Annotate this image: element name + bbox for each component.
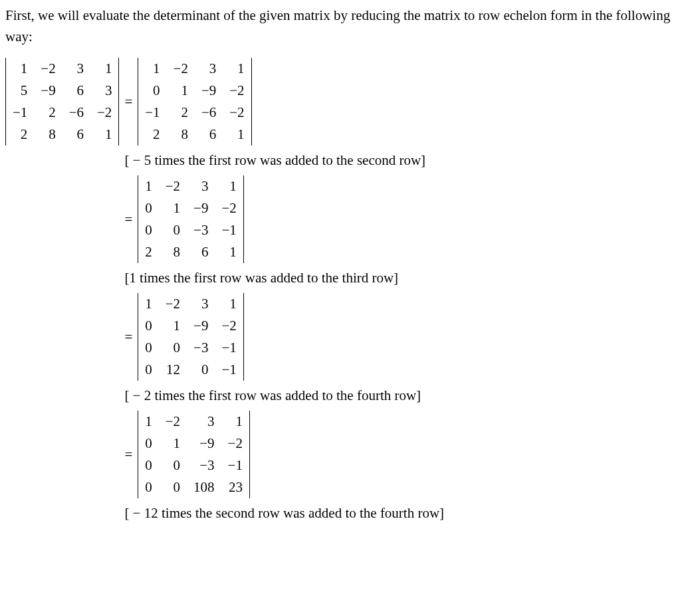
lhs-matrix: 1−231 5−963 −12−6−2 2861	[6, 58, 118, 146]
step-2-determinant: 1−231 01−9−2 00−3−1 2861	[138, 175, 244, 263]
step-3-matrix: 1−231 01−9−2 00−3−1 0120−1	[138, 293, 243, 381]
step-2-explanation: [1 times the first row was added to the …	[124, 270, 444, 286]
step-4: = 1−231 01−9−2 00−3−1 0010823	[119, 411, 444, 498]
lhs-determinant: 1−231 5−963 −12−6−2 2861	[5, 58, 119, 146]
step-2-matrix: 1−231 01−9−2 00−3−1 2861	[138, 175, 243, 263]
equals-sign: =	[119, 447, 138, 463]
step-3-explanation: [ − 2 times the first row was added to t…	[124, 387, 444, 404]
step-4-matrix: 1−231 01−9−2 00−3−1 0010823	[138, 411, 249, 498]
step-1-determinant: 1−231 01−9−2 −12−6−2 2861	[138, 58, 251, 146]
step-4-determinant: 1−231 01−9−2 00−3−1 0010823	[138, 411, 250, 498]
step-4-explanation: [ − 12 times the second row was added to…	[124, 505, 444, 522]
step-2: = 1−231 01−9−2 00−3−1 2861	[119, 175, 444, 263]
step-3: = 1−231 01−9−2 00−3−1 0120−1	[119, 293, 444, 381]
step-1: = 1−231 01−9−2 −12−6−2 2861	[119, 58, 444, 146]
step-1-explanation: [ − 5 times the first row was added to t…	[124, 152, 444, 169]
equals-sign: =	[119, 94, 138, 110]
equals-sign: =	[119, 211, 138, 228]
step-1-matrix: 1−231 01−9−2 −12−6−2 2861	[138, 58, 251, 146]
equals-sign: =	[119, 329, 138, 346]
step-3-determinant: 1−231 01−9−2 00−3−1 0120−1	[138, 293, 244, 381]
rhs-steps: = 1−231 01−9−2 −12−6−2 2861 [ − 5 times …	[119, 58, 444, 528]
math-block: 1−231 5−963 −12−6−2 2861 = 1−231 01−9−2 …	[5, 58, 695, 528]
intro-text: First, we will evaluate the determinant …	[5, 5, 695, 47]
